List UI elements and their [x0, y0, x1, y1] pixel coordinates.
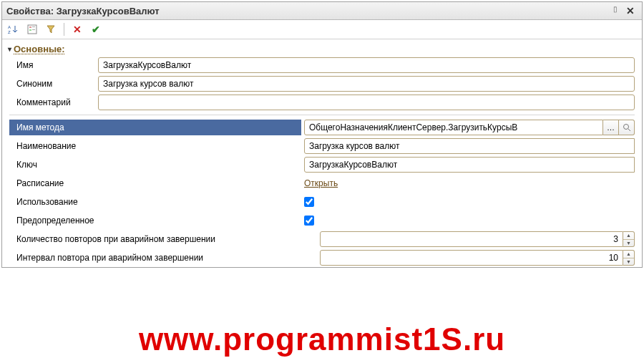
svg-rect-4: [29, 29, 31, 31]
label-synonym: Синоним: [9, 79, 95, 89]
delete-button[interactable]: ✕: [70, 22, 84, 37]
check-icon: ✔: [92, 24, 100, 35]
predefined-checkbox[interactable]: [304, 216, 314, 226]
method-input[interactable]: [304, 120, 603, 135]
label-retries: Количество повторов при аварийном заверш…: [9, 234, 317, 244]
magnifier-icon: [623, 123, 631, 132]
label-interval: Интервал повтора при аварийном завершени…: [9, 253, 317, 263]
divider: [9, 115, 635, 115]
window-title: Свойства: ЗагрузкаКурсовВалют: [6, 6, 160, 16]
svg-point-7: [623, 125, 628, 130]
spin-up-icon: ▲: [623, 251, 634, 258]
comment-input[interactable]: [98, 95, 635, 110]
schedule-open-link[interactable]: Открыть: [304, 178, 338, 188]
separator: [64, 23, 64, 36]
section-main-label: Основные:: [14, 44, 65, 54]
key-input[interactable]: [304, 157, 635, 173]
spin-down-icon: ▼: [623, 240, 634, 247]
svg-line-8: [628, 129, 630, 131]
svg-rect-3: [29, 26, 31, 28]
spin-up-icon: ▲: [623, 232, 634, 240]
interval-spinner[interactable]: ▲▼: [623, 250, 635, 266]
x-icon: ✕: [73, 24, 82, 35]
svg-rect-6: [32, 29, 35, 30]
label-predefined: Предопределенное: [9, 213, 301, 228]
svg-text:Z: Z: [8, 30, 11, 34]
label-schedule: Расписание: [9, 175, 301, 191]
label-key: Ключ: [9, 157, 301, 173]
usage-checkbox[interactable]: [304, 197, 314, 207]
collapse-icon: ▾: [8, 45, 11, 53]
label-method: Имя метода: [9, 120, 301, 135]
sort-az-button[interactable]: AZ: [6, 22, 21, 37]
titlebar: Свойства: ЗагрузкаКурсовВалют ▯ ✕: [2, 2, 642, 20]
categorized-button[interactable]: [25, 22, 39, 37]
retries-spinner[interactable]: ▲▼: [623, 231, 635, 247]
interval-input[interactable]: [320, 250, 623, 266]
filter-button[interactable]: [44, 22, 58, 37]
method-more-button[interactable]: …: [603, 120, 619, 135]
synonym-input[interactable]: [98, 76, 635, 92]
label-comment: Комментарий: [9, 97, 95, 107]
section-main-header[interactable]: ▾ Основные:: [2, 42, 642, 56]
label-name: Имя: [9, 60, 95, 70]
retries-input[interactable]: [320, 231, 623, 247]
apply-button[interactable]: ✔: [89, 22, 103, 37]
svg-rect-5: [32, 26, 35, 27]
method-search-button[interactable]: [619, 120, 635, 135]
close-icon[interactable]: ✕: [623, 5, 638, 16]
label-usage: Использование: [9, 194, 301, 210]
name-input[interactable]: [98, 57, 635, 73]
toolbar: AZ ✕ ✔: [2, 20, 642, 39]
spin-down-icon: ▼: [623, 258, 634, 266]
svg-text:A: A: [8, 25, 11, 29]
label-display: Наименование: [9, 138, 301, 154]
watermark: www.programmist1S.ru: [0, 324, 644, 355]
display-input[interactable]: [304, 138, 635, 154]
pin-icon[interactable]: ▯: [610, 5, 620, 16]
